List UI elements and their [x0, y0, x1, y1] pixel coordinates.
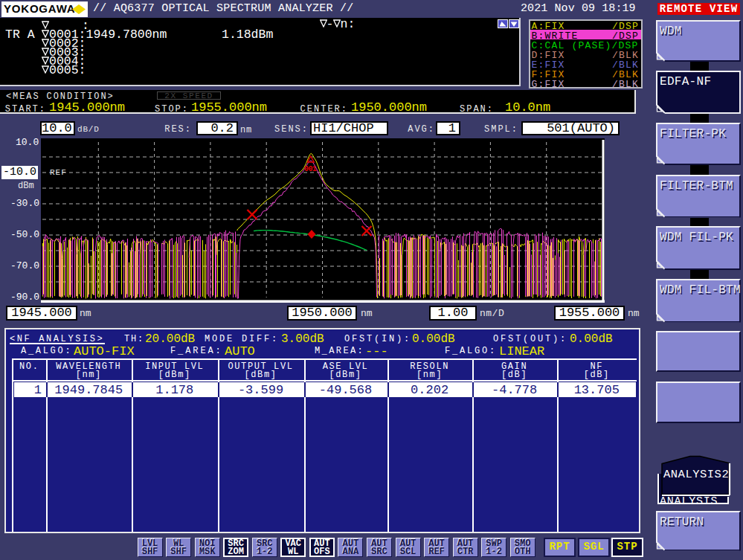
svg-text:001: 001 — [304, 165, 317, 173]
